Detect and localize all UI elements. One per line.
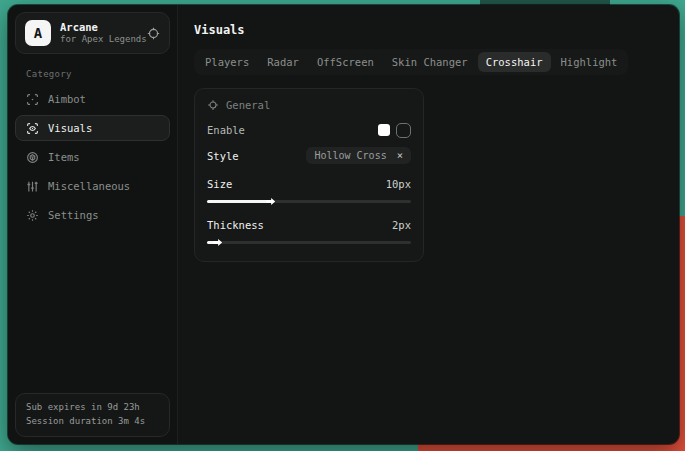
panel-title: General [226, 99, 270, 111]
sidebar-item-label: Visuals [48, 122, 92, 134]
sidebar-item-visuals[interactable]: Visuals [15, 115, 170, 141]
sidebar-item-label: Miscellaneous [48, 180, 130, 192]
logo-text: Arcane for Apex Legends [60, 21, 138, 46]
gear-icon [26, 209, 39, 222]
enable-row: Enable [207, 122, 411, 138]
style-row: Style Hollow Cross × [207, 147, 411, 164]
size-row: Size 10px [207, 176, 411, 192]
sidebar-item-aimbot[interactable]: Aimbot [15, 86, 170, 112]
crosshair-icon[interactable] [147, 27, 160, 40]
app-title: Arcane [60, 21, 138, 34]
main-content: Visuals Players Radar OffScreen Skin Cha… [178, 5, 679, 444]
tab-highlight[interactable]: Highlight [553, 52, 626, 72]
session-duration-text: Session duration 3m 4s [26, 415, 159, 429]
enable-label: Enable [207, 124, 245, 136]
eye-scan-icon [26, 122, 39, 135]
size-label: Size [207, 178, 232, 190]
visuals-tabbar: Players Radar OffScreen Skin Changer Cro… [194, 49, 628, 75]
scan-target-icon [26, 93, 39, 106]
crosshair-color-swatch[interactable] [378, 124, 390, 136]
style-dropdown[interactable]: Hollow Cross × [306, 147, 411, 164]
style-selected-value: Hollow Cross [314, 150, 386, 161]
sidebar-nav: Aimbot Visuals [14, 86, 171, 228]
sidebar-item-items[interactable]: Items [15, 144, 170, 170]
thickness-row: Thickness 2px [207, 217, 411, 233]
clear-style-icon[interactable]: × [397, 150, 403, 161]
cheat-menu-window: A Arcane for Apex Legends Category [8, 5, 679, 444]
sidebar-item-settings[interactable]: Settings [15, 202, 170, 228]
app-subtitle: for Apex Legends [60, 34, 138, 46]
category-label: Category [26, 69, 159, 79]
thickness-label: Thickness [207, 219, 264, 231]
sidebar-item-label: Aimbot [48, 93, 86, 105]
thickness-slider[interactable] [207, 239, 411, 246]
scope-icon [207, 99, 219, 111]
package-icon [26, 151, 39, 164]
tab-radar[interactable]: Radar [259, 52, 307, 72]
app-logo: A [25, 20, 51, 46]
logo-card: A Arcane for Apex Legends [15, 12, 170, 54]
size-value: 10px [386, 178, 411, 190]
thickness-value: 2px [392, 219, 411, 231]
sidebar-spacer [14, 228, 171, 393]
tab-offscreen[interactable]: OffScreen [309, 52, 382, 72]
enable-checkbox[interactable] [396, 123, 411, 138]
size-slider[interactable] [207, 198, 411, 205]
general-panel: General Enable Style Hollow Cross × Size… [194, 88, 424, 262]
page-title: Visuals [194, 23, 663, 37]
style-label: Style [207, 150, 239, 162]
tab-players[interactable]: Players [197, 52, 257, 72]
thickness-slider-track [207, 241, 411, 244]
sidebar: A Arcane for Apex Legends Category [8, 5, 178, 444]
tab-skin-changer[interactable]: Skin Changer [384, 52, 476, 72]
panel-header: General [207, 99, 411, 111]
subscription-info-box: Sub expires in 9d 23h Session duration 3… [15, 393, 170, 437]
enable-controls [378, 123, 411, 138]
sub-expiry-text: Sub expires in 9d 23h [26, 401, 159, 415]
size-slider-fill [207, 200, 268, 203]
sidebar-item-label: Settings [48, 209, 99, 221]
tab-crosshair[interactable]: Crosshair [478, 52, 551, 72]
sidebar-item-miscellaneous[interactable]: Miscellaneous [15, 173, 170, 199]
sidebar-item-label: Items [48, 151, 80, 163]
sliders-icon [26, 180, 39, 193]
